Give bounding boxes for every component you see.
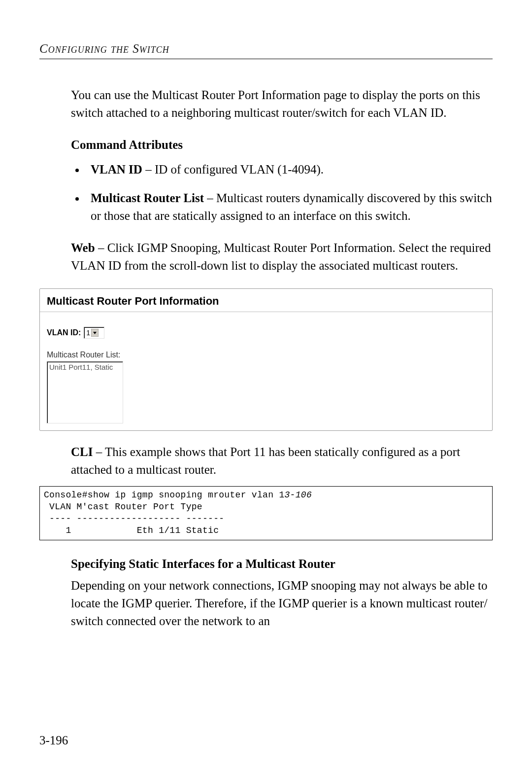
vlan-id-label: VLAN ID:: [47, 328, 81, 337]
cli-line-1b: 3-106: [284, 490, 312, 500]
mrlist-box[interactable]: Unit1 Port11, Static: [47, 361, 123, 423]
cli-note: CLI – This example shows that Port 11 ha…: [71, 443, 493, 479]
cli-line-1a: Console#show ip igmp snooping mrouter vl…: [44, 490, 284, 500]
desc-cli: – This example shows that Port 11 has be…: [71, 445, 460, 476]
header-rule: [39, 59, 493, 59]
mrlist-item[interactable]: Unit1 Port11, Static: [49, 363, 121, 371]
desc-web: – Click IGMP Snooping, Multicast Router …: [71, 241, 491, 272]
vlan-id-row: VLAN ID: 1: [47, 327, 485, 339]
term-web: Web: [71, 241, 95, 254]
desc-vlan-id: – ID of configured VLAN (1-4094).: [142, 163, 324, 176]
webui-title-wrap: Multicast Router Port Information: [40, 289, 492, 312]
term-mrlist: Multicast Router List: [91, 191, 204, 205]
list-item: Multicast Router List – Multicast router…: [86, 189, 493, 225]
page-number: 3-196: [39, 734, 68, 747]
list-item: VLAN ID – ID of configured VLAN (1-4094)…: [86, 161, 493, 178]
page-container: Configuring the Switch You can use the M…: [0, 0, 532, 774]
command-attributes-list: VLAN ID – ID of configured VLAN (1-4094)…: [71, 161, 493, 225]
vlan-id-value: 1: [86, 329, 91, 337]
cli-output: Console#show ip igmp snooping mrouter vl…: [39, 486, 493, 540]
web-note: Web – Click IGMP Snooping, Multicast Rou…: [71, 239, 493, 275]
cli-note-block: CLI – This example shows that Port 11 ha…: [71, 443, 493, 479]
intro-paragraph: You can use the Multicast Router Port In…: [71, 86, 493, 122]
cli-line-3: ---- ------------------- -------: [44, 514, 224, 524]
body-text: You can use the Multicast Router Port In…: [71, 86, 493, 275]
term-cli: CLI: [71, 445, 93, 458]
chevron-down-icon: [91, 329, 99, 337]
vlan-id-select[interactable]: 1: [84, 327, 104, 339]
webui-panel-title: Multicast Router Port Information: [47, 295, 485, 308]
section-2: Specifying Static Interfaces for a Multi…: [71, 555, 493, 631]
running-header: Configuring the Switch: [39, 42, 493, 56]
webui-panel: Multicast Router Port Information VLAN I…: [39, 288, 493, 431]
term-vlan-id: VLAN ID: [91, 163, 142, 176]
section-2-title: Specifying Static Interfaces for a Multi…: [71, 555, 493, 573]
cli-line-4: 1 Eth 1/11 Static: [44, 526, 219, 535]
cli-line-2: VLAN M'cast Router Port Type: [44, 502, 202, 512]
command-attributes-title: Command Attributes: [71, 136, 493, 154]
section-2-paragraph: Depending on your network connections, I…: [71, 577, 493, 631]
mrlist-label: Multicast Router List:: [47, 351, 485, 359]
webui-panel-body: VLAN ID: 1 Multicast Router List: Unit1 …: [40, 312, 492, 430]
